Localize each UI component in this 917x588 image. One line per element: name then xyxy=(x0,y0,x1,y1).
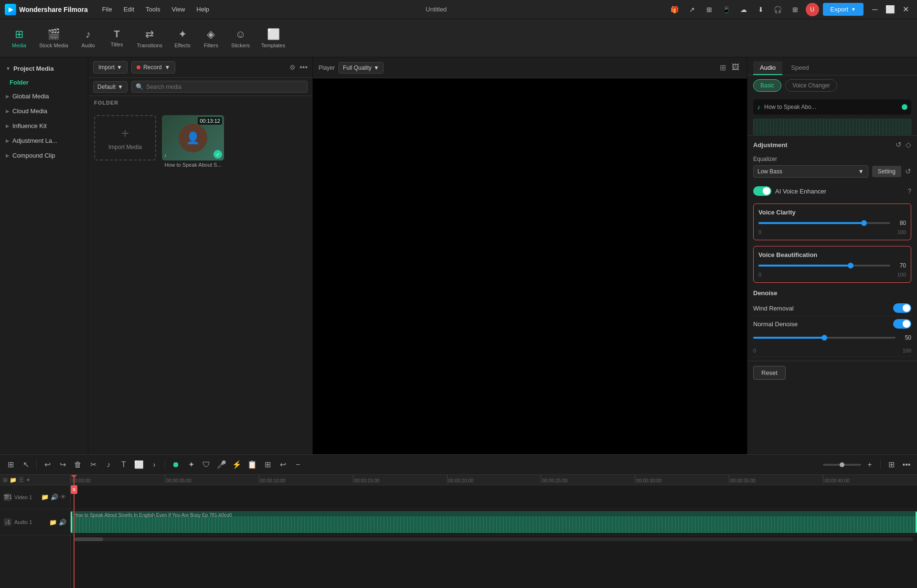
headset-icon[interactable]: 🎧 xyxy=(771,3,785,16)
reset-button[interactable]: Reset xyxy=(753,366,786,380)
more-options-icon[interactable]: ••• xyxy=(299,63,308,72)
search-input[interactable] xyxy=(146,84,303,90)
audio-tool[interactable]: ♪ xyxy=(102,458,115,471)
arrow-icon[interactable]: ↗ xyxy=(685,3,699,16)
sort-dropdown[interactable]: Default ▼ xyxy=(93,81,128,93)
menu-view[interactable]: View xyxy=(167,4,190,15)
tool-audio[interactable]: ♪ Audio xyxy=(74,25,103,51)
ai-help-icon[interactable]: ? xyxy=(907,187,911,195)
import-dropdown[interactable]: Import ▼ xyxy=(93,61,128,74)
video-track[interactable] xyxy=(71,485,917,509)
menu-file[interactable]: File xyxy=(97,4,117,15)
group-track-icon[interactable]: ☰ xyxy=(19,477,24,483)
redo-button[interactable]: ↪ xyxy=(56,458,69,471)
user-avatar[interactable]: U xyxy=(806,3,819,16)
clip-tool[interactable]: 📋 xyxy=(245,458,259,471)
gift-icon[interactable]: 🎁 xyxy=(668,3,682,16)
sidebar-item-compound[interactable]: ▶ Compound Clip xyxy=(0,148,88,163)
reset-adjustment-icon[interactable]: ↺ xyxy=(896,140,902,149)
apps-icon[interactable]: ⊞ xyxy=(789,3,802,16)
layout-tool[interactable]: ⊞ xyxy=(885,458,898,471)
ai-enhancer-toggle[interactable] xyxy=(753,186,771,196)
right-tabs: Audio Speed xyxy=(747,57,917,75)
eq-reset-icon[interactable]: ↺ xyxy=(905,167,911,176)
more-tools[interactable]: › xyxy=(148,458,161,471)
eq-setting-button[interactable]: Setting xyxy=(872,166,901,177)
tab-speed[interactable]: Speed xyxy=(784,61,816,75)
export-button[interactable]: Export ▼ xyxy=(823,3,864,16)
sidebar-item-global[interactable]: ▶ Global Media xyxy=(0,89,88,104)
delete-button[interactable]: 🗑 xyxy=(71,458,85,471)
filter-icon[interactable]: ⚙ xyxy=(289,64,296,71)
voice-beautification-slider[interactable] xyxy=(758,265,890,267)
close-button[interactable]: ✕ xyxy=(899,3,912,16)
normal-denoise-toggle[interactable] xyxy=(893,319,911,329)
eq-preset-dropdown[interactable]: Low Bass ▼ xyxy=(753,165,868,178)
timeline-select-tool[interactable]: ⊞ xyxy=(4,458,17,471)
sidebar-item-project-media[interactable]: ▼ Project Media xyxy=(0,61,88,76)
image-view-icon[interactable]: 🖼 xyxy=(730,61,741,74)
mask-tool[interactable]: 🛡 xyxy=(200,458,213,471)
zoom-slider[interactable] xyxy=(823,464,861,466)
subtab-basic[interactable]: Basic xyxy=(753,79,781,92)
cut-button[interactable]: ✂ xyxy=(86,458,100,471)
sidebar-item-influence[interactable]: ▶ Influence Kit xyxy=(0,118,88,133)
new-track-icon[interactable]: ⊞ xyxy=(3,477,8,483)
record-voice-tool[interactable]: 🎤 xyxy=(215,458,228,471)
subtab-voice-changer[interactable]: Voice Changer xyxy=(785,79,837,92)
sidebar-item-adjustment[interactable]: ▶ Adjustment La... xyxy=(0,133,88,148)
grid-view-icon[interactable]: ⊞ xyxy=(718,61,728,74)
save-cloud-icon[interactable]: ☁ xyxy=(737,3,750,16)
menu-help[interactable]: Help xyxy=(192,4,214,15)
copy-adjustment-icon[interactable]: ◇ xyxy=(906,140,911,149)
speed-tool[interactable]: ⚡ xyxy=(230,458,244,471)
download-icon[interactable]: ⬇ xyxy=(754,3,768,16)
voice-clarity-slider[interactable] xyxy=(758,222,890,224)
sidebar-item-cloud[interactable]: ▶ Cloud Media xyxy=(0,104,88,118)
tool-templates[interactable]: ⬜ Templates xyxy=(256,25,291,51)
tool-titles[interactable]: T Titles xyxy=(103,26,131,50)
undo-button[interactable]: ↩ xyxy=(41,458,54,471)
scrollbar-thumb[interactable] xyxy=(75,537,103,541)
media-thumbnail-0[interactable]: 👤 00:13:12 ✓ ♪ xyxy=(162,115,224,160)
sub-clip-tool[interactable]: ⊞ xyxy=(261,458,274,471)
tool-media[interactable]: ⊞ Media xyxy=(5,25,33,51)
maximize-button[interactable]: ⬜ xyxy=(884,3,897,16)
audio-track-volume-icon[interactable]: 🔊 xyxy=(59,519,66,526)
tool-transitions[interactable]: ⇄ Transitions xyxy=(131,25,168,51)
folder-track-icon[interactable]: 📁 xyxy=(10,477,17,483)
video-track-volume-icon[interactable]: 🔊 xyxy=(51,493,58,501)
ai-track-icon[interactable]: ✦ xyxy=(26,477,31,483)
voice-beautification-min: 0 xyxy=(758,272,761,278)
audio-track[interactable]: How to Speak About Smells In English Eve… xyxy=(71,509,917,535)
tool-stock[interactable]: 🎬 Stock Media xyxy=(33,25,74,51)
minus-zoom[interactable]: − xyxy=(291,458,305,471)
grid-icon[interactable]: ⊞ xyxy=(703,3,716,16)
phone-icon[interactable]: 📱 xyxy=(720,3,733,16)
wind-removal-toggle[interactable] xyxy=(893,303,911,313)
tool-stickers[interactable]: ☺ Stickers xyxy=(225,25,256,51)
text-tool[interactable]: T xyxy=(117,458,130,471)
timeline-scrollbar[interactable] xyxy=(75,537,913,541)
import-media-card[interactable]: + Import Media xyxy=(94,115,156,160)
tab-audio[interactable]: Audio xyxy=(753,61,782,75)
audio-track-folder-icon[interactable]: 📁 xyxy=(49,519,57,526)
timeline-arrow-tool[interactable]: ↖ xyxy=(19,458,32,471)
tool-effects[interactable]: ✦ Effects xyxy=(168,25,197,51)
video-track-folder-icon[interactable]: 📁 xyxy=(41,493,49,501)
menu-tools[interactable]: Tools xyxy=(141,4,165,15)
keyframe-tool[interactable]: ⏺ xyxy=(169,458,182,471)
tool-filters[interactable]: ◈ Filters xyxy=(197,25,225,51)
plus-zoom[interactable]: + xyxy=(863,458,876,471)
video-track-eye-icon[interactable]: 👁 xyxy=(60,493,66,501)
sidebar-sub-folder[interactable]: Folder xyxy=(0,76,88,89)
reverse-tool[interactable]: ↩ xyxy=(276,458,289,471)
normal-denoise-slider[interactable] xyxy=(753,337,896,339)
menu-edit[interactable]: Edit xyxy=(119,4,139,15)
crop-tool[interactable]: ⬜ xyxy=(132,458,146,471)
minimize-button[interactable]: ─ xyxy=(868,3,882,16)
effect-tool[interactable]: ✦ xyxy=(184,458,198,471)
settings-tool[interactable]: ••• xyxy=(900,458,913,471)
quality-dropdown[interactable]: Full Quality ▼ xyxy=(339,62,384,74)
record-button[interactable]: Record ▼ xyxy=(131,61,176,74)
